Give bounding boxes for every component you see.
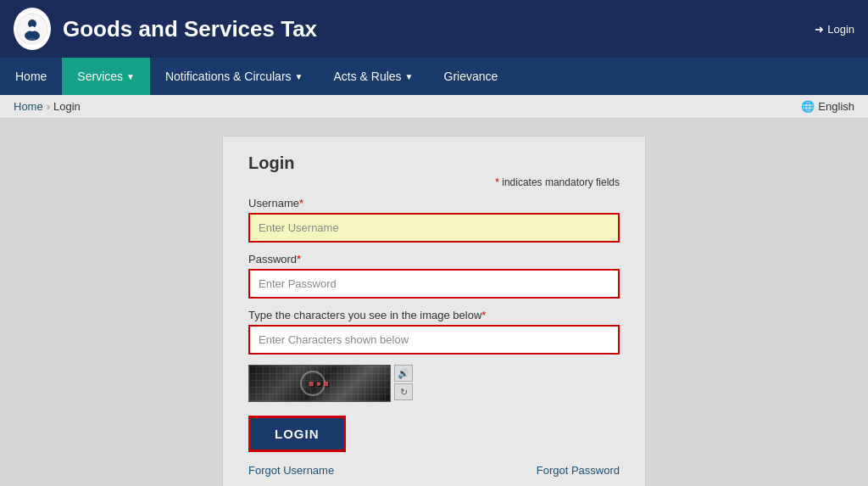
- mandatory-note-text: indicates mandatory fields: [502, 176, 620, 188]
- forgot-links-row: Forgot Username Forgot Password: [248, 464, 620, 477]
- header-login-button[interactable]: ➜ Login: [815, 23, 854, 36]
- username-label: Username*: [248, 197, 620, 209]
- captcha-input[interactable]: [248, 325, 620, 355]
- breadcrumb-home-link[interactable]: Home: [14, 100, 43, 113]
- header-left: INDIA Goods and Services Tax: [14, 8, 317, 50]
- speaker-icon: 🔊: [398, 368, 409, 379]
- breadcrumb-bar: Home › Login 🌐 English: [0, 95, 868, 119]
- nav-services[interactable]: Services ▼: [62, 58, 150, 95]
- svg-point-3: [30, 26, 35, 31]
- login-arrow-icon: ➜: [815, 23, 824, 36]
- username-required-star: *: [299, 197, 303, 209]
- notifications-chevron-down-icon: ▼: [295, 72, 303, 81]
- breadcrumb-separator: ›: [47, 100, 50, 113]
- breadcrumb: Home › Login: [14, 100, 81, 113]
- mandatory-note: * indicates mandatory fields: [248, 176, 620, 188]
- login-title: Login: [248, 154, 620, 173]
- header-login-label: Login: [827, 23, 854, 36]
- services-chevron-down-icon: ▼: [126, 72, 135, 81]
- refresh-icon: ↻: [400, 387, 408, 398]
- password-group: Password*: [248, 253, 620, 299]
- password-input[interactable]: [248, 269, 620, 299]
- nav-grievance-label: Grievance: [444, 70, 498, 83]
- captcha-group: Type the characters you see in the image…: [248, 309, 620, 355]
- logo-emblem: INDIA: [14, 8, 51, 50]
- captcha-image-inner: ■●■: [249, 366, 390, 401]
- captcha-label: Type the characters you see in the image…: [248, 309, 620, 321]
- login-form-container: Login * indicates mandatory fields Usern…: [222, 136, 646, 486]
- language-label: English: [818, 100, 854, 113]
- nav-grievance[interactable]: Grievance: [429, 58, 514, 95]
- acts-chevron-down-icon: ▼: [405, 72, 414, 81]
- nav-notifications-label: Notifications & Circulars: [165, 70, 292, 83]
- svg-text:INDIA: INDIA: [29, 38, 36, 42]
- mandatory-dot: *: [495, 176, 499, 188]
- captcha-audio-button[interactable]: 🔊: [394, 365, 413, 382]
- site-title: Goods and Services Tax: [63, 16, 317, 42]
- main-content: Login * indicates mandatory fields Usern…: [0, 119, 868, 486]
- globe-icon: 🌐: [801, 100, 815, 113]
- captcha-refresh-button[interactable]: ↻: [394, 383, 413, 400]
- nav-acts-label: Acts & Rules: [333, 70, 401, 83]
- username-input[interactable]: [248, 213, 620, 243]
- nav-home-label: Home: [15, 70, 47, 83]
- captcha-image: ■●■: [248, 365, 391, 402]
- main-navbar: Home Services ▼ Notifications & Circular…: [0, 58, 868, 95]
- nav-notifications[interactable]: Notifications & Circulars ▼: [150, 58, 319, 95]
- password-label: Password*: [248, 253, 620, 265]
- captcha-controls: 🔊 ↻: [394, 365, 413, 400]
- captcha-required-star: *: [481, 309, 486, 321]
- username-group: Username*: [248, 197, 620, 243]
- captcha-image-area: ■●■ 🔊 ↻: [248, 365, 620, 402]
- nav-services-label: Services: [77, 70, 123, 83]
- forgot-password-link[interactable]: Forgot Password: [537, 464, 620, 477]
- captcha-text-overlay: ■●■: [309, 378, 331, 388]
- nav-home[interactable]: Home: [0, 58, 62, 95]
- password-required-star: *: [297, 253, 301, 265]
- forgot-username-link[interactable]: Forgot Username: [248, 464, 334, 477]
- site-header: INDIA Goods and Services Tax ➜ Login: [0, 0, 868, 58]
- breadcrumb-current-page: Login: [53, 100, 81, 113]
- login-button[interactable]: LOGIN: [248, 416, 346, 452]
- nav-acts[interactable]: Acts & Rules ▼: [318, 58, 428, 95]
- language-selector[interactable]: 🌐 English: [801, 100, 854, 113]
